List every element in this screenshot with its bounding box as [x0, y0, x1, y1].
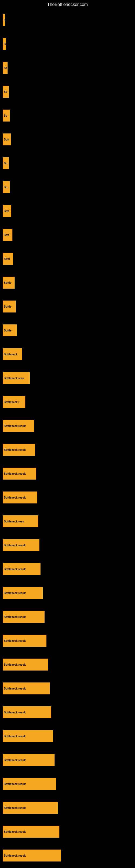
bar-3: Bo [3, 86, 9, 98]
bar-row-9: Bott [0, 223, 135, 247]
bar-row-31: Bottleneck result [0, 748, 135, 772]
bar-row-18: Bottleneck result [0, 438, 135, 462]
bar-27: Bottleneck result [3, 659, 48, 671]
bar-row-10: Bottl [0, 247, 135, 271]
bar-row-16: Bottleneck r [0, 390, 135, 414]
bar-17: Bottleneck result [3, 420, 34, 432]
bar-14: Bottleneck [3, 348, 22, 360]
bar-row-34: Bottleneck result [0, 820, 135, 844]
bar-31: Bottleneck result [3, 754, 54, 766]
site-title: TheBottlenecker.com [0, 0, 135, 8]
bar-row-7: Bo [0, 175, 135, 199]
bar-row-6: Bo [0, 151, 135, 175]
bar-21: Bottleneck resu [3, 516, 38, 527]
bar-row-12: Bottle [0, 294, 135, 318]
bar-8: Bott [3, 205, 11, 217]
bar-12: Bottle [3, 301, 16, 312]
bar-10: Bottl [3, 253, 13, 265]
bar-row-4: Bo [0, 104, 135, 127]
bar-4: Bo [3, 110, 10, 122]
bar-row-19: Bottleneck result [0, 462, 135, 486]
bar-33: Bottleneck result [3, 802, 58, 814]
bar-row-29: Bottleneck result [0, 701, 135, 724]
bar-row-15: Bottleneck resu [0, 366, 135, 390]
bar-0: B [3, 14, 5, 26]
bar-5: Bott [3, 133, 11, 145]
bar-row-22: Bottleneck result [0, 533, 135, 557]
bar-26: Bottleneck result [3, 635, 46, 647]
bar-row-23: Bottleneck result [0, 557, 135, 581]
bar-row-28: Bottleneck result [0, 677, 135, 701]
bar-9: Bott [3, 229, 12, 241]
bar-row-11: Bottle [0, 271, 135, 294]
bar-22: Bottleneck result [3, 539, 39, 551]
bar-row-1: B [0, 32, 135, 56]
bar-row-0: B [0, 8, 135, 32]
bar-row-26: Bottleneck result [0, 629, 135, 653]
bar-row-32: Bottleneck result [0, 772, 135, 796]
bar-row-30: Bottleneck result [0, 724, 135, 748]
bar-13: Bottle [3, 324, 17, 336]
bar-6: Bo [3, 157, 9, 169]
bar-row-5: Bott [0, 127, 135, 151]
bar-30: Bottleneck result [3, 730, 53, 742]
bar-34: Bottleneck result [3, 826, 59, 838]
bar-16: Bottleneck r [3, 396, 26, 408]
bar-row-8: Bott [0, 199, 135, 223]
bar-row-35: Bottleneck result [0, 844, 135, 867]
bar-row-21: Bottleneck resu [0, 509, 135, 533]
bar-23: Bottleneck result [3, 563, 41, 575]
bar-row-27: Bottleneck result [0, 653, 135, 677]
bar-row-17: Bottleneck result [0, 414, 135, 438]
bar-11: Bottle [3, 277, 14, 289]
bars-wrapper: BBBoBoBoBottBoBoBottBottBottlBottleBottl… [0, 8, 135, 867]
bar-20: Bottleneck result [3, 492, 37, 503]
bar-2: Bo [3, 62, 8, 74]
bar-row-33: Bottleneck result [0, 796, 135, 820]
bar-row-13: Bottle [0, 318, 135, 342]
bar-29: Bottleneck result [3, 706, 51, 718]
bar-32: Bottleneck result [3, 778, 56, 790]
bar-35: Bottleneck result [3, 849, 61, 862]
bar-18: Bottleneck result [3, 444, 35, 456]
bar-24: Bottleneck result [3, 587, 43, 599]
bar-row-14: Bottleneck [0, 342, 135, 366]
bar-25: Bottleneck result [3, 611, 45, 623]
bar-7: Bo [3, 181, 10, 193]
bar-row-20: Bottleneck result [0, 486, 135, 509]
bar-row-24: Bottleneck result [0, 581, 135, 605]
bar-row-2: Bo [0, 56, 135, 80]
bar-19: Bottleneck result [3, 468, 36, 479]
bar-row-3: Bo [0, 80, 135, 104]
bar-row-25: Bottleneck result [0, 605, 135, 629]
bar-1: B [3, 38, 6, 50]
bar-15: Bottleneck resu [3, 372, 30, 384]
bar-28: Bottleneck result [3, 682, 50, 694]
